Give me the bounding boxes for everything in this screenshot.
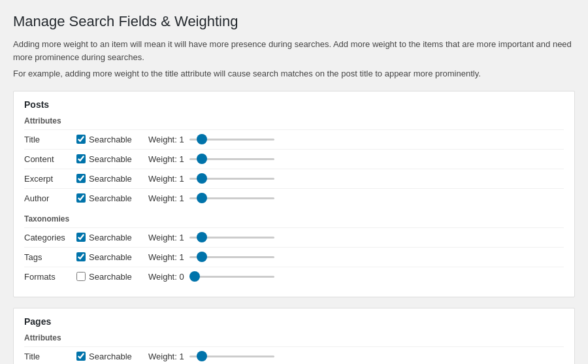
field-name-posts-attr-3: Author [24, 193, 76, 203]
table-row: TitleSearchableWeight: 1 [24, 129, 564, 149]
slider-container-pages-attr-0 [189, 356, 564, 357]
searchable-label-posts-tax-2[interactable]: Searchable [76, 272, 148, 282]
searchable-text: Searchable [89, 154, 132, 164]
slider-container-posts-attr-3 [189, 197, 564, 199]
table-row: TitleSearchableWeight: 1 [24, 346, 564, 365]
table-row: CategoriesSearchableWeight: 1 [24, 227, 564, 247]
weight-label-posts-attr-0: Weight: 1 [148, 135, 184, 144]
section-pages: PagesAttributesTitleSearchableWeight: 1C… [13, 308, 575, 365]
attributes-label-pages: Attributes [24, 333, 564, 342]
field-name-pages-attr-0: Title [24, 352, 76, 361]
searchable-checkbox-posts-tax-0[interactable] [76, 233, 86, 242]
weight-slider-posts-attr-1[interactable] [189, 158, 274, 160]
searchable-checkbox-posts-attr-2[interactable] [76, 174, 86, 183]
field-name-posts-tax-1: Tags [24, 252, 76, 262]
searchable-checkbox-posts-attr-0[interactable] [76, 135, 86, 144]
weight-slider-pages-attr-0[interactable] [189, 356, 274, 357]
weight-slider-posts-tax-2[interactable] [189, 276, 274, 278]
description-2: For example, adding more weight to the t… [13, 67, 575, 80]
field-name-posts-attr-2: Excerpt [24, 174, 76, 184]
searchable-text: Searchable [89, 135, 132, 144]
weight-slider-posts-tax-0[interactable] [189, 237, 274, 239]
searchable-text: Searchable [89, 233, 132, 242]
slider-container-posts-attr-1 [189, 158, 564, 160]
weight-label-posts-tax-2: Weight: 0 [148, 272, 184, 282]
searchable-label-posts-attr-0[interactable]: Searchable [76, 135, 148, 144]
section-title-posts: Posts [24, 99, 564, 110]
attributes-label-posts: Attributes [24, 116, 564, 125]
slider-container-posts-tax-1 [189, 256, 564, 258]
weight-slider-posts-attr-2[interactable] [189, 178, 274, 180]
slider-container-posts-tax-0 [189, 237, 564, 239]
description-1: Adding more weight to an item will mean … [13, 38, 575, 63]
attributes-group-posts: AttributesTitleSearchableWeight: 1Conten… [24, 116, 564, 208]
table-row: ExcerptSearchableWeight: 1 [24, 169, 564, 188]
page-title: Manage Search Fields & Weighting [13, 13, 575, 30]
taxonomies-group-posts: TaxonomiesCategoriesSearchableWeight: 1T… [24, 214, 564, 286]
searchable-checkbox-pages-attr-0[interactable] [76, 352, 86, 361]
searchable-label-posts-attr-1[interactable]: Searchable [76, 154, 148, 164]
searchable-text: Searchable [89, 252, 132, 262]
section-posts: PostsAttributesTitleSearchableWeight: 1C… [13, 91, 575, 297]
field-name-posts-tax-2: Formats [24, 272, 76, 282]
searchable-checkbox-posts-tax-2[interactable] [76, 272, 86, 281]
weight-label-pages-attr-0: Weight: 1 [148, 352, 184, 361]
field-name-posts-attr-1: Content [24, 154, 76, 164]
searchable-text: Searchable [89, 174, 132, 184]
weight-label-posts-attr-2: Weight: 1 [148, 174, 184, 184]
weight-slider-posts-tax-1[interactable] [189, 256, 274, 258]
field-name-posts-attr-0: Title [24, 135, 76, 144]
weight-label-posts-attr-3: Weight: 1 [148, 193, 184, 203]
slider-container-posts-attr-0 [189, 139, 564, 141]
field-name-posts-tax-0: Categories [24, 233, 76, 242]
searchable-label-posts-attr-3[interactable]: Searchable [76, 193, 148, 203]
weight-slider-posts-attr-0[interactable] [189, 139, 274, 141]
searchable-label-posts-tax-0[interactable]: Searchable [76, 233, 148, 242]
searchable-text: Searchable [89, 352, 132, 361]
searchable-checkbox-posts-attr-1[interactable] [76, 154, 86, 163]
table-row: FormatsSearchableWeight: 0 [24, 267, 564, 286]
searchable-text: Searchable [89, 272, 132, 282]
weight-slider-posts-attr-3[interactable] [189, 197, 274, 199]
searchable-checkbox-posts-tax-1[interactable] [76, 252, 86, 261]
weight-label-posts-tax-1: Weight: 1 [148, 252, 184, 262]
attributes-group-pages: AttributesTitleSearchableWeight: 1Conten… [24, 333, 564, 365]
section-title-pages: Pages [24, 316, 564, 327]
weight-label-posts-attr-1: Weight: 1 [148, 154, 184, 164]
searchable-checkbox-posts-attr-3[interactable] [76, 193, 86, 203]
searchable-label-pages-attr-0[interactable]: Searchable [76, 352, 148, 361]
searchable-label-posts-tax-1[interactable]: Searchable [76, 252, 148, 262]
slider-container-posts-tax-2 [189, 276, 564, 278]
table-row: ContentSearchableWeight: 1 [24, 149, 564, 169]
table-row: AuthorSearchableWeight: 1 [24, 188, 564, 208]
taxonomies-label-posts: Taxonomies [24, 214, 564, 223]
slider-container-posts-attr-2 [189, 178, 564, 180]
searchable-label-posts-attr-2[interactable]: Searchable [76, 174, 148, 184]
table-row: TagsSearchableWeight: 1 [24, 247, 564, 267]
searchable-text: Searchable [89, 193, 132, 203]
weight-label-posts-tax-0: Weight: 1 [148, 233, 184, 242]
